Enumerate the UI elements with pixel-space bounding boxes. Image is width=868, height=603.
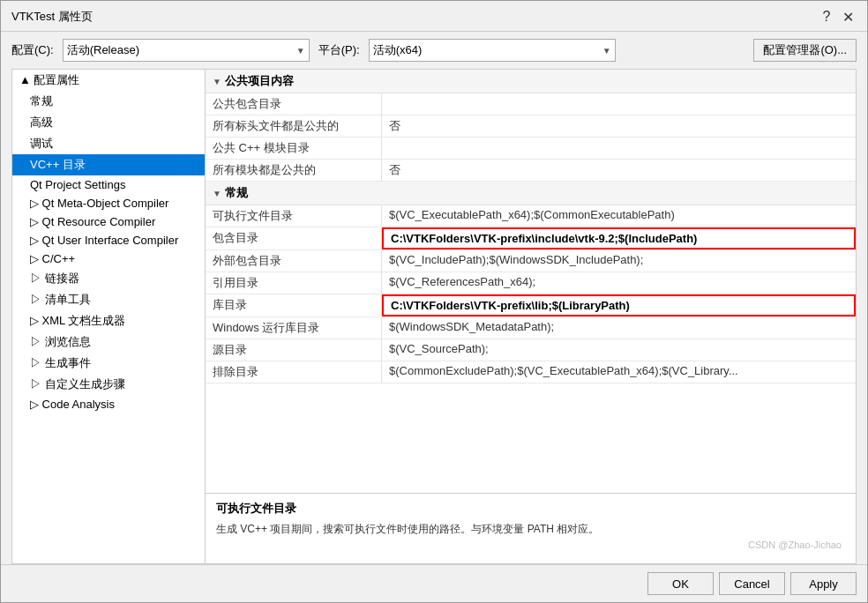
prop-name: 引用目录 — [206, 272, 382, 294]
properties-area: ▼ 公共项目内容公共包含目录所有标头文件都是公共的否公共 C++ 模块目录所有模… — [206, 70, 856, 493]
tree-item-general[interactable]: 常规 — [12, 91, 205, 112]
prop-value — [382, 93, 856, 115]
config-manager-button[interactable]: 配置管理器(O)... — [753, 39, 857, 62]
prop-name: 库目录 — [206, 294, 382, 316]
tree-item-qt-meta[interactable]: ▷ Qt Meta-Object Compiler — [12, 194, 205, 212]
tree-item-cpp[interactable]: ▷ C/C++ — [12, 249, 205, 268]
tree-item-label: VC++ 目录 — [30, 157, 86, 173]
tree-item-label: ▷ Qt Resource Compiler — [30, 215, 155, 228]
tree-item-advanced[interactable]: 高级 — [12, 112, 205, 133]
cancel-button[interactable]: Cancel — [719, 572, 785, 595]
main-area: ▲ 配置属性常规高级调试VC++ 目录Qt Project Settings▷ … — [1, 69, 867, 564]
tree-item-label: 常规 — [30, 93, 53, 109]
tree-item-qt-resource[interactable]: ▷ Qt Resource Compiler — [12, 212, 205, 231]
prop-value: $(VC_ReferencesPath_x64); — [382, 272, 856, 294]
tree-item-label: ▷ Code Analysis — [30, 398, 115, 411]
tree-item-vc-dirs[interactable]: VC++ 目录 — [12, 154, 205, 175]
prop-row[interactable]: 所有模块都是公共的否 — [206, 160, 856, 182]
left-panel: ▲ 配置属性常规高级调试VC++ 目录Qt Project Settings▷ … — [11, 69, 206, 564]
section-label-general: 常规 — [225, 185, 248, 201]
prop-row[interactable]: 排除目录$(CommonExcludePath);$(VC_Executable… — [206, 361, 856, 383]
tree-item-label: ▷ 生成事件 — [30, 355, 91, 371]
tree-item-manifest[interactable]: ▷ 清单工具 — [12, 289, 205, 310]
prop-name: 外部包含目录 — [206, 250, 382, 272]
prop-name: 公共包含目录 — [206, 93, 382, 115]
main-dialog: VTKTest 属性页 ? ✕ 配置(C): 活动(Release) ▼ 平台(… — [0, 0, 868, 603]
platform-label: 平台(P): — [318, 42, 360, 58]
config-combo-arrow: ▼ — [296, 46, 305, 56]
section-chevron-general: ▼ — [213, 189, 221, 198]
tree-item-browse-info[interactable]: ▷ 浏览信息 — [12, 331, 205, 353]
tree-item-label: ▷ Qt User Interface Compiler — [30, 234, 178, 247]
tree-item-custom-build[interactable]: ▷ 自定义生成步骤 — [12, 374, 205, 395]
section-chevron-public-content: ▼ — [213, 77, 221, 86]
tree-item-build-events[interactable]: ▷ 生成事件 — [12, 353, 205, 374]
tree-item-config-props[interactable]: ▲ 配置属性 — [12, 70, 205, 91]
title-bar: VTKTest 属性页 ? ✕ — [1, 1, 867, 32]
prop-value: 否 — [382, 115, 856, 137]
config-combo[interactable]: 活动(Release) ▼ — [63, 39, 310, 62]
tree-item-label: ▷ 清单工具 — [30, 292, 91, 308]
platform-combo[interactable]: 活动(x64) ▼ — [369, 39, 616, 62]
button-row: OK Cancel Apply — [1, 564, 867, 602]
section-header-general[interactable]: ▼ 常规 — [206, 182, 856, 205]
tree-item-label: ▷ 链接器 — [30, 271, 79, 287]
prop-row[interactable]: 公共 C++ 模块目录 — [206, 138, 856, 160]
prop-row[interactable]: 外部包含目录$(VC_IncludePath);$(WindowsSDK_Inc… — [206, 250, 856, 272]
prop-value: $(VC_IncludePath);$(WindowsSDK_IncludePa… — [382, 250, 856, 272]
prop-row[interactable]: 引用目录$(VC_ReferencesPath_x64); — [206, 272, 856, 294]
prop-value: 否 — [382, 160, 856, 181]
tree-item-qt-project[interactable]: Qt Project Settings — [12, 175, 205, 194]
description-area: 可执行文件目录 生成 VC++ 项目期间，搜索可执行文件时使用的路径。与环境变量… — [206, 493, 856, 563]
prop-name: 可执行文件目录 — [206, 205, 382, 227]
tree-item-label: ▷ C/C++ — [30, 252, 75, 265]
tree-item-code-analysis[interactable]: ▷ Code Analysis — [12, 395, 205, 413]
prop-row[interactable]: 可执行文件目录$(VC_ExecutablePath_x64);$(Common… — [206, 205, 856, 227]
dialog-title: VTKTest 属性页 — [11, 9, 93, 25]
prop-value: C:\VTKFolders\VTK-prefix\lib;$(LibraryPa… — [382, 294, 856, 316]
prop-row[interactable]: 所有标头文件都是公共的否 — [206, 115, 856, 138]
tree-item-label: 调试 — [30, 136, 53, 152]
section-header-public-content[interactable]: ▼ 公共项目内容 — [206, 70, 856, 93]
tree-item-label: ▷ Qt Meta-Object Compiler — [30, 197, 168, 210]
prop-row[interactable]: 包含目录C:\VTKFolders\VTK-prefix\include\vtk… — [206, 227, 856, 250]
tree-item-label: ▷ 自定义生成步骤 — [30, 376, 125, 392]
prop-value: $(VC_SourcePath); — [382, 339, 856, 361]
platform-combo-arrow: ▼ — [602, 46, 611, 56]
tree-item-xml-gen[interactable]: ▷ XML 文档生成器 — [12, 310, 205, 331]
ok-button[interactable]: OK — [647, 572, 714, 595]
platform-combo-value: 活动(x64) — [373, 42, 423, 58]
description-text: 生成 VC++ 项目期间，搜索可执行文件时使用的路径。与环境变量 PATH 相对… — [216, 522, 845, 537]
prop-name: 排除目录 — [206, 361, 382, 383]
tree-item-qt-ui[interactable]: ▷ Qt User Interface Compiler — [12, 231, 205, 249]
help-button[interactable]: ? — [818, 8, 835, 26]
prop-value: $(WindowsSDK_MetadataPath); — [382, 317, 856, 339]
prop-value: $(CommonExcludePath);$(VC_ExecutablePath… — [382, 361, 856, 383]
prop-name: 公共 C++ 模块目录 — [206, 138, 382, 159]
apply-button[interactable]: Apply — [790, 572, 857, 595]
config-label: 配置(C): — [11, 42, 54, 58]
tree-item-label: Qt Project Settings — [30, 178, 125, 191]
prop-row[interactable]: 库目录C:\VTKFolders\VTK-prefix\lib;$(Librar… — [206, 294, 856, 317]
description-title: 可执行文件目录 — [216, 501, 845, 517]
prop-name: Windows 运行库目录 — [206, 317, 382, 339]
tree-item-label: ▲ 配置属性 — [19, 72, 79, 88]
prop-row[interactable]: Windows 运行库目录$(WindowsSDK_MetadataPath); — [206, 317, 856, 339]
tree-item-label: 高级 — [30, 115, 53, 130]
section-label-public-content: 公共项目内容 — [225, 73, 294, 89]
right-panel: ▼ 公共项目内容公共包含目录所有标头文件都是公共的否公共 C++ 模块目录所有模… — [206, 69, 857, 564]
prop-value: $(VC_ExecutablePath_x64);$(CommonExecuta… — [382, 205, 856, 227]
prop-name: 所有标头文件都是公共的 — [206, 115, 382, 137]
toolbar-row: 配置(C): 活动(Release) ▼ 平台(P): 活动(x64) ▼ 配置… — [1, 32, 867, 69]
tree-item-label: ▷ XML 文档生成器 — [30, 313, 125, 329]
tree-item-debug[interactable]: 调试 — [12, 133, 205, 154]
title-bar-buttons: ? ✕ — [818, 8, 857, 26]
config-combo-value: 活动(Release) — [67, 42, 139, 58]
close-button[interactable]: ✕ — [839, 8, 857, 26]
prop-row[interactable]: 源目录$(VC_SourcePath); — [206, 339, 856, 361]
tree-item-label: ▷ 浏览信息 — [30, 334, 91, 350]
prop-row[interactable]: 公共包含目录 — [206, 93, 856, 115]
tree-item-linker[interactable]: ▷ 链接器 — [12, 268, 205, 289]
prop-value: C:\VTKFolders\VTK-prefix\include\vtk-9.2… — [382, 227, 856, 249]
prop-name: 所有模块都是公共的 — [206, 160, 382, 181]
